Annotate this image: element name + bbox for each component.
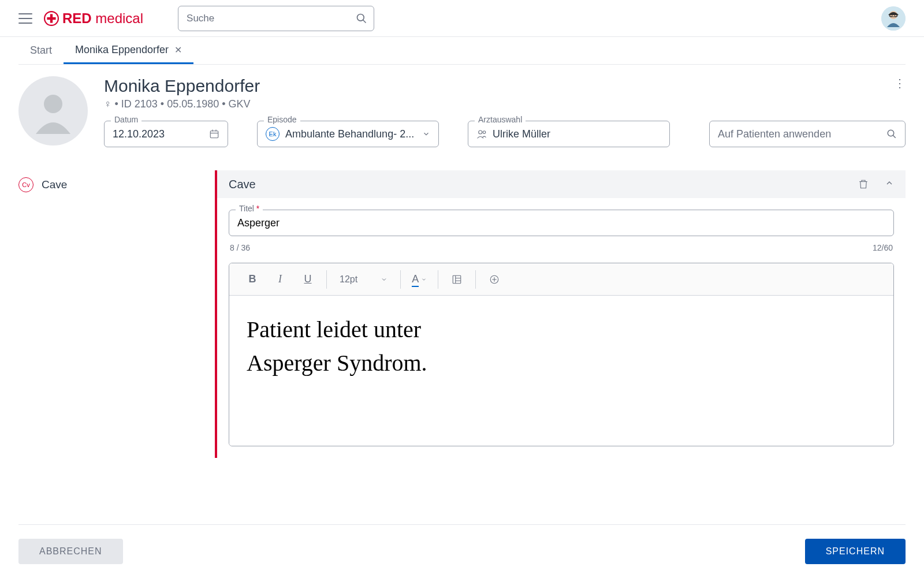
title-field: Titel * xyxy=(229,210,894,236)
calendar-icon[interactable] xyxy=(209,129,219,139)
italic-button[interactable]: I xyxy=(266,268,294,291)
footer: ABBRECHEN SPEICHERN xyxy=(18,524,906,578)
cave-badge: Cv xyxy=(18,177,33,192)
episode-label: Episode xyxy=(264,115,300,124)
svg-rect-2 xyxy=(47,17,55,19)
bold-button[interactable]: B xyxy=(239,268,266,291)
svg-rect-19 xyxy=(453,275,461,284)
svg-point-3 xyxy=(357,14,364,21)
patient-header: Monika Eppendorfer ♀ • ID 2103 • 05.05.1… xyxy=(18,76,906,147)
user-avatar[interactable] xyxy=(881,6,906,31)
main-content: Monika Eppendorfer ♀ • ID 2103 • 05.05.1… xyxy=(0,65,924,469)
more-menu-icon[interactable]: ⋮ xyxy=(894,76,906,90)
svg-rect-11 xyxy=(210,131,218,138)
svg-point-15 xyxy=(479,130,482,134)
search-input[interactable] xyxy=(178,6,374,31)
chevron-down-icon xyxy=(381,276,388,283)
search-icon[interactable] xyxy=(356,13,367,24)
logo-icon xyxy=(44,11,59,26)
trash-icon[interactable] xyxy=(858,178,869,190)
episode-value: Ambulante Behandlung- 2... xyxy=(285,128,414,140)
editor-toolbar: B I U 12pt A xyxy=(229,263,893,296)
date-value: 12.10.2023 xyxy=(113,128,165,140)
logo-text: RED medical xyxy=(62,10,143,27)
panel-title: Cave xyxy=(229,178,256,191)
underline-button[interactable]: U xyxy=(294,268,322,291)
svg-point-16 xyxy=(483,131,486,134)
search-icon[interactable] xyxy=(886,129,897,139)
editor: B I U 12pt A xyxy=(229,263,894,446)
date-field[interactable]: Datum 12.10.2023 xyxy=(104,121,228,147)
close-icon[interactable]: ✕ xyxy=(174,44,182,55)
tab-bar: Start Monika Eppendorfer ✕ xyxy=(18,37,906,65)
add-button[interactable] xyxy=(480,268,508,291)
episode-badge: Ek xyxy=(266,127,280,141)
body-section: Cv Cave Cave Titel * 8 / 36 12/60 xyxy=(18,170,906,458)
apply-placeholder: Auf Patienten anwenden xyxy=(718,128,831,140)
panel-body: Titel * 8 / 36 12/60 B I U 12pt xyxy=(217,198,906,458)
count-left: 8 / 36 xyxy=(230,243,250,252)
chevron-up-icon[interactable] xyxy=(885,178,894,188)
search-container xyxy=(178,6,374,31)
apply-field[interactable]: Auf Patienten anwenden xyxy=(709,121,906,147)
patient-info: Monika Eppendorfer ♀ • ID 2103 • 05.05.1… xyxy=(104,76,906,147)
svg-line-4 xyxy=(363,20,366,23)
text-color-button[interactable]: A xyxy=(405,268,433,291)
left-sidebar: Cv Cave xyxy=(18,170,215,458)
sidebar-item-cave[interactable]: Cv Cave xyxy=(18,177,215,192)
chevron-down-icon[interactable] xyxy=(422,130,430,138)
patient-meta: ♀ • ID 2103 • 05.05.1980 • GKV xyxy=(104,98,906,110)
menu-icon[interactable] xyxy=(18,13,32,24)
svg-point-10 xyxy=(44,95,62,113)
main-panel: Cave Titel * 8 / 36 12/60 B xyxy=(215,170,906,458)
panel-header: Cave xyxy=(217,170,906,198)
title-input[interactable] xyxy=(229,210,894,236)
app-header: RED medical xyxy=(0,0,924,37)
handwriting-text: Patient leidet unter Asperger Syndrom. xyxy=(247,313,876,380)
doctor-field[interactable]: Arztauswahl Ulrike Müller xyxy=(468,121,670,147)
patient-name: Monika Eppendorfer xyxy=(104,76,906,96)
tab-start[interactable]: Start xyxy=(18,37,64,64)
char-counts: 8 / 36 12/60 xyxy=(229,241,894,255)
title-label: Titel * xyxy=(236,204,263,213)
patient-avatar[interactable] xyxy=(18,76,88,146)
save-button[interactable]: SPEICHERN xyxy=(805,539,906,564)
date-label: Datum xyxy=(111,115,141,124)
layout-button[interactable] xyxy=(443,268,471,291)
count-right: 12/60 xyxy=(873,243,893,252)
tab-start-label: Start xyxy=(30,44,52,57)
app-logo[interactable]: RED medical xyxy=(44,10,143,27)
field-row: Datum 12.10.2023 Episode Ek Ambulante Be… xyxy=(104,121,906,147)
tab-patient-label: Monika Eppendorfer xyxy=(75,44,169,56)
cave-label: Cave xyxy=(42,178,67,191)
svg-line-18 xyxy=(893,135,896,138)
svg-point-17 xyxy=(888,130,894,136)
cancel-button[interactable]: ABBRECHEN xyxy=(18,539,123,564)
editor-content[interactable]: Patient leidet unter Asperger Syndrom. xyxy=(229,296,893,446)
doctor-label: Arztauswahl xyxy=(475,115,526,124)
episode-field[interactable]: Episode Ek Ambulante Behandlung- 2... xyxy=(257,121,439,147)
doctor-icon xyxy=(476,129,487,139)
fontsize-select[interactable]: 12pt xyxy=(331,274,396,285)
fontsize-value: 12pt xyxy=(340,274,357,285)
tab-patient[interactable]: Monika Eppendorfer ✕ xyxy=(64,37,193,64)
doctor-value: Ulrike Müller xyxy=(493,128,550,140)
